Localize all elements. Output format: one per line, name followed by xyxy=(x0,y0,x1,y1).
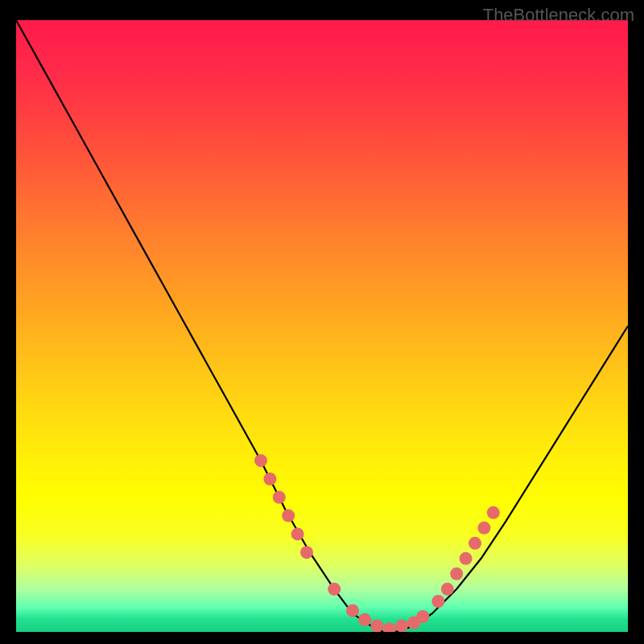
curve-marker xyxy=(441,583,454,596)
plot-area xyxy=(16,20,628,632)
chart-svg xyxy=(16,20,628,632)
curve-marker xyxy=(477,522,490,535)
curve-marker xyxy=(254,454,267,467)
curve-marker xyxy=(450,568,463,580)
watermark-text: TheBottleneck.com xyxy=(483,5,634,26)
curve-marker xyxy=(370,619,383,632)
curve-marker xyxy=(346,604,359,617)
bottleneck-curve xyxy=(16,20,628,632)
curve-marker xyxy=(273,491,286,504)
curve-marker xyxy=(469,537,481,550)
curve-marker xyxy=(358,613,371,626)
curve-marker xyxy=(460,552,473,565)
curve-marker xyxy=(383,622,396,632)
curve-marker xyxy=(263,473,276,485)
curve-marker xyxy=(300,546,313,559)
curve-marker xyxy=(416,610,429,623)
curve-marker xyxy=(291,527,304,540)
curve-marker xyxy=(431,595,444,608)
curve-markers xyxy=(254,454,500,632)
curve-marker xyxy=(487,506,500,519)
curve-marker xyxy=(395,619,408,632)
curve-marker xyxy=(282,510,295,522)
curve-marker xyxy=(328,583,341,596)
